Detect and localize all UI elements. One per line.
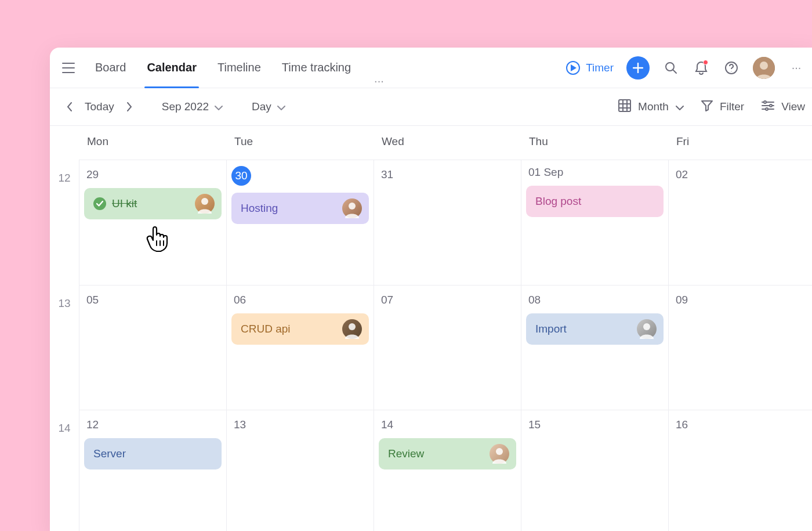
calendar-row: 1229UI kit30Hosting3101 SepBlog post02	[79, 160, 812, 285]
view-mode-label: Month	[638, 100, 669, 113]
sliders-icon	[762, 100, 774, 114]
calendar: Mon Tue Wed Thu Fri 1229UI kit30Hosting3…	[50, 126, 812, 531]
svg-point-22	[201, 198, 208, 205]
timer-button[interactable]: Timer	[566, 61, 614, 75]
calendar-cell[interactable]: 09	[668, 286, 812, 410]
day-header: Mon	[79, 126, 226, 160]
calendar-event[interactable]: UI kit	[84, 188, 222, 219]
view-mode-dropdown[interactable]: Month	[618, 99, 684, 115]
calendar-cell[interactable]: 30Hosting	[226, 160, 374, 285]
notification-dot	[703, 60, 708, 65]
tab-calendar[interactable]: Calendar	[144, 48, 199, 88]
calendar-cell[interactable]: 12Server	[79, 410, 226, 531]
filter-label: Filter	[720, 100, 744, 113]
svg-rect-11	[619, 100, 630, 111]
chevron-down-icon	[676, 100, 684, 113]
svg-point-23	[349, 203, 356, 209]
svg-line-6	[673, 70, 676, 73]
svg-point-10	[760, 62, 768, 70]
tab-timeline[interactable]: Timeline	[215, 48, 263, 88]
calendar-cell[interactable]: 16	[668, 410, 812, 531]
calendar-cell[interactable]: 07	[374, 286, 521, 410]
day-number: 30	[231, 166, 251, 186]
calendar-cell[interactable]: 05	[79, 286, 226, 410]
assignee-avatar	[490, 444, 509, 464]
day-header: Wed	[374, 126, 521, 160]
day-number: 07	[379, 291, 396, 306]
filter-icon	[701, 100, 713, 114]
calendar-cell[interactable]: 02	[668, 160, 812, 285]
day-header: Thu	[521, 126, 668, 160]
user-avatar[interactable]	[753, 57, 775, 79]
view-settings-label: View	[781, 100, 805, 113]
day-number: 13	[231, 416, 248, 431]
calendar-event[interactable]: CRUD api	[231, 313, 369, 345]
filter-button[interactable]: Filter	[701, 100, 744, 114]
event-title: UI kit	[112, 197, 189, 210]
day-number: 09	[673, 291, 690, 306]
add-button[interactable]	[626, 56, 650, 80]
day-number: 08	[526, 291, 543, 306]
today-button[interactable]: Today	[79, 100, 120, 113]
calendar-event[interactable]: Server	[84, 438, 222, 469]
calendar-event[interactable]: Import	[526, 313, 664, 345]
event-title: Blog post	[535, 195, 657, 208]
calendar-cell[interactable]: 15	[521, 410, 668, 531]
search-icon[interactable]	[662, 59, 680, 77]
app-bar: Board Calendar Timeline Time tracking ··…	[50, 48, 812, 88]
calendar-cell[interactable]: 08Import	[521, 286, 668, 410]
month-dropdown[interactable]: Sep 2022	[156, 100, 229, 113]
chevron-down-icon	[215, 100, 223, 113]
help-icon[interactable]	[723, 59, 740, 77]
month-label: Sep 2022	[162, 100, 209, 113]
calendar-row: 1412Server1314Review1516	[79, 410, 812, 531]
tab-board[interactable]: Board	[93, 48, 128, 88]
week-number: 12	[50, 160, 79, 285]
check-icon	[93, 197, 106, 210]
tab-more-icon[interactable]: ···	[369, 74, 389, 88]
calendar-cell[interactable]: 31	[374, 160, 521, 285]
day-number: 01 Sep	[526, 164, 566, 178]
calendar-cell[interactable]: 13	[226, 410, 374, 531]
week-number: 13	[50, 286, 79, 410]
svg-point-21	[766, 108, 768, 110]
day-number: 05	[84, 291, 101, 306]
calendar-event[interactable]: Review	[379, 438, 516, 469]
grid-icon	[618, 99, 631, 115]
day-header: Tue	[226, 126, 374, 160]
notifications-icon[interactable]	[693, 59, 710, 77]
calendar-cell[interactable]: 29UI kit	[79, 160, 226, 285]
day-number: 29	[84, 166, 101, 181]
event-title: CRUD api	[241, 323, 336, 335]
assignee-avatar	[342, 319, 362, 339]
view-settings-button[interactable]: View	[762, 100, 805, 114]
menu-icon[interactable]	[57, 56, 80, 80]
calendar-toolbar: Today Sep 2022 Day Month	[50, 88, 812, 126]
appbar-right: Timer ···	[566, 56, 805, 80]
prev-arrow[interactable]	[60, 97, 79, 116]
calendar-cell[interactable]: 01 SepBlog post	[521, 160, 668, 285]
event-title: Hosting	[241, 202, 336, 215]
tab-time-tracking[interactable]: Time tracking	[280, 48, 353, 88]
nav-tabs: Board Calendar Timeline Time tracking ··…	[93, 48, 389, 88]
day-number: 16	[673, 416, 690, 431]
event-title: Server	[93, 447, 215, 460]
calendar-event[interactable]: Blog post	[526, 186, 664, 217]
day-number: 31	[379, 166, 396, 181]
day-number: 12	[84, 416, 101, 431]
calendar-event[interactable]: Hosting	[231, 193, 369, 224]
assignee-avatar	[195, 194, 215, 214]
calendar-cell[interactable]: 06CRUD api	[226, 286, 374, 410]
svg-point-20	[770, 104, 772, 107]
day-headers: Mon Tue Wed Thu Fri	[79, 126, 812, 160]
chevron-down-icon	[277, 100, 285, 113]
timeframe-dropdown[interactable]: Day	[246, 100, 291, 113]
next-arrow[interactable]	[120, 97, 139, 116]
calendar-cell[interactable]: 14Review	[374, 410, 521, 531]
svg-point-25	[643, 323, 650, 330]
day-header: Fri	[668, 126, 812, 160]
svg-point-24	[349, 323, 356, 330]
assignee-avatar	[637, 319, 657, 339]
more-icon[interactable]: ···	[788, 59, 805, 77]
timeframe-label: Day	[252, 100, 271, 113]
